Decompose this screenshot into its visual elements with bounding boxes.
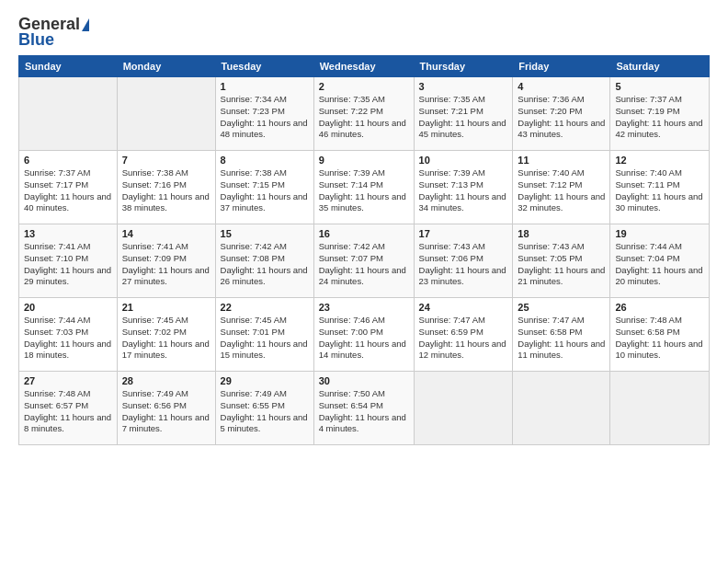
calendar-cell: 19Sunrise: 7:44 AM Sunset: 7:04 PM Dayli… [610,224,710,298]
cell-day-number: 26 [615,302,704,313]
calendar-cell: 3Sunrise: 7:35 AM Sunset: 7:21 PM Daylig… [414,77,513,151]
cell-day-number: 7 [122,155,210,166]
cell-day-number: 14 [122,228,210,239]
cell-day-info: Sunrise: 7:42 AM Sunset: 7:07 PM Dayligh… [319,241,409,288]
calendar-cell: 1Sunrise: 7:34 AM Sunset: 7:23 PM Daylig… [215,77,313,151]
calendar-cell: 5Sunrise: 7:37 AM Sunset: 7:19 PM Daylig… [610,77,710,151]
cell-day-info: Sunrise: 7:37 AM Sunset: 7:19 PM Dayligh… [615,94,704,141]
calendar-week-row: 13Sunrise: 7:41 AM Sunset: 7:10 PM Dayli… [19,224,710,298]
calendar-week-row: 20Sunrise: 7:44 AM Sunset: 7:03 PM Dayli… [19,298,710,372]
cell-day-number: 18 [518,228,605,239]
calendar-cell [19,77,118,151]
calendar-cell: 12Sunrise: 7:40 AM Sunset: 7:11 PM Dayli… [610,151,710,224]
header: General Blue [18,15,710,50]
calendar-cell: 29Sunrise: 7:49 AM Sunset: 6:55 PM Dayli… [215,372,313,445]
cell-day-number: 3 [419,81,508,92]
cell-day-info: Sunrise: 7:41 AM Sunset: 7:09 PM Dayligh… [122,241,210,288]
cell-day-number: 24 [419,302,508,313]
cell-day-number: 10 [419,155,508,166]
weekday-header: Friday [513,56,610,77]
calendar-cell: 16Sunrise: 7:42 AM Sunset: 7:07 PM Dayli… [313,224,414,298]
calendar-cell: 2Sunrise: 7:35 AM Sunset: 7:22 PM Daylig… [313,77,414,151]
cell-day-info: Sunrise: 7:47 AM Sunset: 6:59 PM Dayligh… [419,315,508,362]
calendar-cell: 4Sunrise: 7:36 AM Sunset: 7:20 PM Daylig… [513,77,610,151]
cell-day-number: 16 [319,228,409,239]
calendar-cell: 17Sunrise: 7:43 AM Sunset: 7:06 PM Dayli… [414,224,513,298]
calendar-cell [513,372,610,445]
cell-day-info: Sunrise: 7:38 AM Sunset: 7:15 PM Dayligh… [221,167,309,214]
cell-day-number: 23 [319,302,409,313]
calendar-cell: 20Sunrise: 7:44 AM Sunset: 7:03 PM Dayli… [19,298,118,372]
calendar-cell: 28Sunrise: 7:49 AM Sunset: 6:56 PM Dayli… [117,372,215,445]
weekday-header: Tuesday [215,56,313,77]
cell-day-info: Sunrise: 7:43 AM Sunset: 7:06 PM Dayligh… [419,241,508,288]
cell-day-info: Sunrise: 7:43 AM Sunset: 7:05 PM Dayligh… [518,241,605,288]
cell-day-info: Sunrise: 7:38 AM Sunset: 7:16 PM Dayligh… [122,167,210,214]
cell-day-number: 30 [319,375,409,386]
cell-day-number: 1 [221,81,309,92]
cell-day-number: 6 [24,155,112,166]
logo-arrow-icon [82,18,89,31]
cell-day-number: 29 [221,375,309,386]
cell-day-info: Sunrise: 7:34 AM Sunset: 7:23 PM Dayligh… [221,94,309,141]
calendar-cell: 24Sunrise: 7:47 AM Sunset: 6:59 PM Dayli… [414,298,513,372]
cell-day-number: 20 [24,302,112,313]
calendar-table: SundayMondayTuesdayWednesdayThursdayFrid… [18,55,710,445]
calendar-cell: 25Sunrise: 7:47 AM Sunset: 6:58 PM Dayli… [513,298,610,372]
cell-day-number: 9 [319,155,409,166]
cell-day-info: Sunrise: 7:47 AM Sunset: 6:58 PM Dayligh… [518,315,605,362]
cell-day-info: Sunrise: 7:40 AM Sunset: 7:11 PM Dayligh… [615,167,704,214]
logo-blue-text: Blue [18,30,54,50]
cell-day-info: Sunrise: 7:45 AM Sunset: 7:01 PM Dayligh… [221,315,309,362]
calendar-cell [414,372,513,445]
calendar-cell: 21Sunrise: 7:45 AM Sunset: 7:02 PM Dayli… [117,298,215,372]
calendar-cell: 30Sunrise: 7:50 AM Sunset: 6:54 PM Dayli… [313,372,414,445]
calendar-cell: 23Sunrise: 7:46 AM Sunset: 7:00 PM Dayli… [313,298,414,372]
calendar-cell: 9Sunrise: 7:39 AM Sunset: 7:14 PM Daylig… [313,151,414,224]
calendar-cell: 18Sunrise: 7:43 AM Sunset: 7:05 PM Dayli… [513,224,610,298]
cell-day-info: Sunrise: 7:37 AM Sunset: 7:17 PM Dayligh… [24,167,112,214]
cell-day-number: 27 [24,375,112,386]
calendar-header-row: SundayMondayTuesdayWednesdayThursdayFrid… [19,56,710,77]
cell-day-info: Sunrise: 7:46 AM Sunset: 7:00 PM Dayligh… [319,315,409,362]
calendar-cell [610,372,710,445]
cell-day-number: 4 [518,81,605,92]
cell-day-info: Sunrise: 7:49 AM Sunset: 6:55 PM Dayligh… [221,388,309,435]
cell-day-info: Sunrise: 7:39 AM Sunset: 7:13 PM Dayligh… [419,167,508,214]
calendar-cell: 11Sunrise: 7:40 AM Sunset: 7:12 PM Dayli… [513,151,610,224]
cell-day-number: 21 [122,302,210,313]
cell-day-number: 12 [615,155,704,166]
cell-day-info: Sunrise: 7:45 AM Sunset: 7:02 PM Dayligh… [122,315,210,362]
calendar-cell: 15Sunrise: 7:42 AM Sunset: 7:08 PM Dayli… [215,224,313,298]
cell-day-info: Sunrise: 7:35 AM Sunset: 7:21 PM Dayligh… [419,94,508,141]
cell-day-info: Sunrise: 7:36 AM Sunset: 7:20 PM Dayligh… [518,94,605,141]
weekday-header: Monday [117,56,215,77]
cell-day-info: Sunrise: 7:48 AM Sunset: 6:58 PM Dayligh… [615,315,704,362]
calendar-cell: 7Sunrise: 7:38 AM Sunset: 7:16 PM Daylig… [117,151,215,224]
calendar-cell: 13Sunrise: 7:41 AM Sunset: 7:10 PM Dayli… [19,224,118,298]
cell-day-info: Sunrise: 7:44 AM Sunset: 7:04 PM Dayligh… [615,241,704,288]
calendar-cell: 14Sunrise: 7:41 AM Sunset: 7:09 PM Dayli… [117,224,215,298]
calendar-cell: 8Sunrise: 7:38 AM Sunset: 7:15 PM Daylig… [215,151,313,224]
calendar-cell: 10Sunrise: 7:39 AM Sunset: 7:13 PM Dayli… [414,151,513,224]
calendar-week-row: 6Sunrise: 7:37 AM Sunset: 7:17 PM Daylig… [19,151,710,224]
cell-day-number: 2 [319,81,409,92]
cell-day-info: Sunrise: 7:35 AM Sunset: 7:22 PM Dayligh… [319,94,409,141]
cell-day-number: 8 [221,155,309,166]
weekday-header: Thursday [414,56,513,77]
cell-day-info: Sunrise: 7:40 AM Sunset: 7:12 PM Dayligh… [518,167,605,214]
calendar-cell: 22Sunrise: 7:45 AM Sunset: 7:01 PM Dayli… [215,298,313,372]
weekday-header: Saturday [610,56,710,77]
calendar-week-row: 1Sunrise: 7:34 AM Sunset: 7:23 PM Daylig… [19,77,710,151]
cell-day-number: 17 [419,228,508,239]
cell-day-number: 22 [221,302,309,313]
cell-day-number: 5 [615,81,704,92]
page-container: General Blue SundayMondayTuesdayWednesda… [0,0,728,454]
cell-day-info: Sunrise: 7:50 AM Sunset: 6:54 PM Dayligh… [319,388,409,435]
cell-day-number: 13 [24,228,112,239]
cell-day-info: Sunrise: 7:48 AM Sunset: 6:57 PM Dayligh… [24,388,112,435]
logo: General Blue [18,15,89,50]
cell-day-number: 11 [518,155,605,166]
calendar-cell: 27Sunrise: 7:48 AM Sunset: 6:57 PM Dayli… [19,372,118,445]
cell-day-number: 25 [518,302,605,313]
